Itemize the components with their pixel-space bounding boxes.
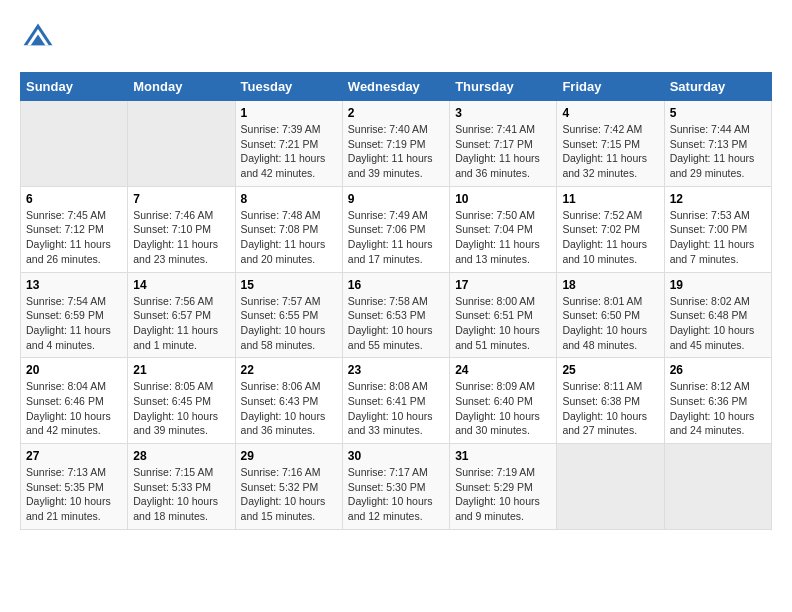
calendar-cell: 20Sunrise: 8:04 AMSunset: 6:46 PMDayligh… bbox=[21, 358, 128, 444]
day-number: 23 bbox=[348, 363, 444, 377]
day-number: 31 bbox=[455, 449, 551, 463]
day-info: Sunrise: 8:00 AMSunset: 6:51 PMDaylight:… bbox=[455, 294, 551, 353]
calendar-cell: 7Sunrise: 7:46 AMSunset: 7:10 PMDaylight… bbox=[128, 186, 235, 272]
day-info: Sunrise: 7:53 AMSunset: 7:00 PMDaylight:… bbox=[670, 208, 766, 267]
calendar-cell: 13Sunrise: 7:54 AMSunset: 6:59 PMDayligh… bbox=[21, 272, 128, 358]
calendar-cell: 11Sunrise: 7:52 AMSunset: 7:02 PMDayligh… bbox=[557, 186, 664, 272]
day-info: Sunrise: 7:49 AMSunset: 7:06 PMDaylight:… bbox=[348, 208, 444, 267]
calendar-week-row: 13Sunrise: 7:54 AMSunset: 6:59 PMDayligh… bbox=[21, 272, 772, 358]
calendar-cell: 14Sunrise: 7:56 AMSunset: 6:57 PMDayligh… bbox=[128, 272, 235, 358]
calendar-cell: 5Sunrise: 7:44 AMSunset: 7:13 PMDaylight… bbox=[664, 101, 771, 187]
day-number: 9 bbox=[348, 192, 444, 206]
day-info: Sunrise: 7:52 AMSunset: 7:02 PMDaylight:… bbox=[562, 208, 658, 267]
day-number: 11 bbox=[562, 192, 658, 206]
weekday-header: Tuesday bbox=[235, 73, 342, 101]
day-info: Sunrise: 8:01 AMSunset: 6:50 PMDaylight:… bbox=[562, 294, 658, 353]
calendar-cell: 25Sunrise: 8:11 AMSunset: 6:38 PMDayligh… bbox=[557, 358, 664, 444]
calendar-cell bbox=[128, 101, 235, 187]
day-info: Sunrise: 7:13 AMSunset: 5:35 PMDaylight:… bbox=[26, 465, 122, 524]
weekday-header: Wednesday bbox=[342, 73, 449, 101]
day-info: Sunrise: 7:39 AMSunset: 7:21 PMDaylight:… bbox=[241, 122, 337, 181]
calendar-cell bbox=[21, 101, 128, 187]
calendar-cell: 12Sunrise: 7:53 AMSunset: 7:00 PMDayligh… bbox=[664, 186, 771, 272]
day-number: 29 bbox=[241, 449, 337, 463]
day-number: 16 bbox=[348, 278, 444, 292]
day-info: Sunrise: 8:05 AMSunset: 6:45 PMDaylight:… bbox=[133, 379, 229, 438]
weekday-header: Saturday bbox=[664, 73, 771, 101]
day-info: Sunrise: 7:41 AMSunset: 7:17 PMDaylight:… bbox=[455, 122, 551, 181]
calendar-cell: 23Sunrise: 8:08 AMSunset: 6:41 PMDayligh… bbox=[342, 358, 449, 444]
day-info: Sunrise: 7:57 AMSunset: 6:55 PMDaylight:… bbox=[241, 294, 337, 353]
calendar-cell: 9Sunrise: 7:49 AMSunset: 7:06 PMDaylight… bbox=[342, 186, 449, 272]
calendar-table: SundayMondayTuesdayWednesdayThursdayFrid… bbox=[20, 72, 772, 530]
calendar-cell: 28Sunrise: 7:15 AMSunset: 5:33 PMDayligh… bbox=[128, 444, 235, 530]
day-info: Sunrise: 7:40 AMSunset: 7:19 PMDaylight:… bbox=[348, 122, 444, 181]
day-info: Sunrise: 7:56 AMSunset: 6:57 PMDaylight:… bbox=[133, 294, 229, 353]
weekday-header: Thursday bbox=[450, 73, 557, 101]
calendar-cell: 27Sunrise: 7:13 AMSunset: 5:35 PMDayligh… bbox=[21, 444, 128, 530]
day-number: 1 bbox=[241, 106, 337, 120]
logo-icon bbox=[20, 20, 56, 56]
weekday-header: Friday bbox=[557, 73, 664, 101]
day-number: 2 bbox=[348, 106, 444, 120]
day-number: 5 bbox=[670, 106, 766, 120]
day-number: 17 bbox=[455, 278, 551, 292]
day-number: 30 bbox=[348, 449, 444, 463]
page-header bbox=[20, 20, 772, 56]
calendar-cell: 16Sunrise: 7:58 AMSunset: 6:53 PMDayligh… bbox=[342, 272, 449, 358]
day-info: Sunrise: 8:11 AMSunset: 6:38 PMDaylight:… bbox=[562, 379, 658, 438]
day-info: Sunrise: 7:54 AMSunset: 6:59 PMDaylight:… bbox=[26, 294, 122, 353]
calendar-cell: 30Sunrise: 7:17 AMSunset: 5:30 PMDayligh… bbox=[342, 444, 449, 530]
calendar-cell bbox=[664, 444, 771, 530]
calendar-cell: 29Sunrise: 7:16 AMSunset: 5:32 PMDayligh… bbox=[235, 444, 342, 530]
day-number: 6 bbox=[26, 192, 122, 206]
day-info: Sunrise: 7:17 AMSunset: 5:30 PMDaylight:… bbox=[348, 465, 444, 524]
calendar-cell: 19Sunrise: 8:02 AMSunset: 6:48 PMDayligh… bbox=[664, 272, 771, 358]
day-number: 26 bbox=[670, 363, 766, 377]
calendar-cell: 21Sunrise: 8:05 AMSunset: 6:45 PMDayligh… bbox=[128, 358, 235, 444]
day-number: 22 bbox=[241, 363, 337, 377]
calendar-cell: 24Sunrise: 8:09 AMSunset: 6:40 PMDayligh… bbox=[450, 358, 557, 444]
day-info: Sunrise: 7:46 AMSunset: 7:10 PMDaylight:… bbox=[133, 208, 229, 267]
day-info: Sunrise: 7:19 AMSunset: 5:29 PMDaylight:… bbox=[455, 465, 551, 524]
logo bbox=[20, 20, 62, 56]
day-number: 14 bbox=[133, 278, 229, 292]
weekday-header: Monday bbox=[128, 73, 235, 101]
day-number: 18 bbox=[562, 278, 658, 292]
day-info: Sunrise: 8:04 AMSunset: 6:46 PMDaylight:… bbox=[26, 379, 122, 438]
calendar-cell: 15Sunrise: 7:57 AMSunset: 6:55 PMDayligh… bbox=[235, 272, 342, 358]
calendar-week-row: 27Sunrise: 7:13 AMSunset: 5:35 PMDayligh… bbox=[21, 444, 772, 530]
calendar-cell: 3Sunrise: 7:41 AMSunset: 7:17 PMDaylight… bbox=[450, 101, 557, 187]
calendar-cell bbox=[557, 444, 664, 530]
day-info: Sunrise: 8:06 AMSunset: 6:43 PMDaylight:… bbox=[241, 379, 337, 438]
day-info: Sunrise: 7:44 AMSunset: 7:13 PMDaylight:… bbox=[670, 122, 766, 181]
calendar-header-row: SundayMondayTuesdayWednesdayThursdayFrid… bbox=[21, 73, 772, 101]
calendar-cell: 8Sunrise: 7:48 AMSunset: 7:08 PMDaylight… bbox=[235, 186, 342, 272]
day-info: Sunrise: 7:50 AMSunset: 7:04 PMDaylight:… bbox=[455, 208, 551, 267]
day-info: Sunrise: 7:42 AMSunset: 7:15 PMDaylight:… bbox=[562, 122, 658, 181]
day-info: Sunrise: 7:15 AMSunset: 5:33 PMDaylight:… bbox=[133, 465, 229, 524]
calendar-cell: 18Sunrise: 8:01 AMSunset: 6:50 PMDayligh… bbox=[557, 272, 664, 358]
day-info: Sunrise: 8:08 AMSunset: 6:41 PMDaylight:… bbox=[348, 379, 444, 438]
day-info: Sunrise: 7:58 AMSunset: 6:53 PMDaylight:… bbox=[348, 294, 444, 353]
calendar-cell: 17Sunrise: 8:00 AMSunset: 6:51 PMDayligh… bbox=[450, 272, 557, 358]
calendar-cell: 31Sunrise: 7:19 AMSunset: 5:29 PMDayligh… bbox=[450, 444, 557, 530]
day-number: 8 bbox=[241, 192, 337, 206]
day-number: 3 bbox=[455, 106, 551, 120]
day-number: 21 bbox=[133, 363, 229, 377]
day-number: 4 bbox=[562, 106, 658, 120]
day-number: 7 bbox=[133, 192, 229, 206]
calendar-cell: 10Sunrise: 7:50 AMSunset: 7:04 PMDayligh… bbox=[450, 186, 557, 272]
calendar-week-row: 6Sunrise: 7:45 AMSunset: 7:12 PMDaylight… bbox=[21, 186, 772, 272]
day-number: 24 bbox=[455, 363, 551, 377]
day-number: 19 bbox=[670, 278, 766, 292]
calendar-week-row: 1Sunrise: 7:39 AMSunset: 7:21 PMDaylight… bbox=[21, 101, 772, 187]
weekday-header: Sunday bbox=[21, 73, 128, 101]
calendar-week-row: 20Sunrise: 8:04 AMSunset: 6:46 PMDayligh… bbox=[21, 358, 772, 444]
calendar-cell: 26Sunrise: 8:12 AMSunset: 6:36 PMDayligh… bbox=[664, 358, 771, 444]
day-number: 13 bbox=[26, 278, 122, 292]
day-info: Sunrise: 7:45 AMSunset: 7:12 PMDaylight:… bbox=[26, 208, 122, 267]
day-number: 28 bbox=[133, 449, 229, 463]
day-info: Sunrise: 8:02 AMSunset: 6:48 PMDaylight:… bbox=[670, 294, 766, 353]
calendar-cell: 22Sunrise: 8:06 AMSunset: 6:43 PMDayligh… bbox=[235, 358, 342, 444]
